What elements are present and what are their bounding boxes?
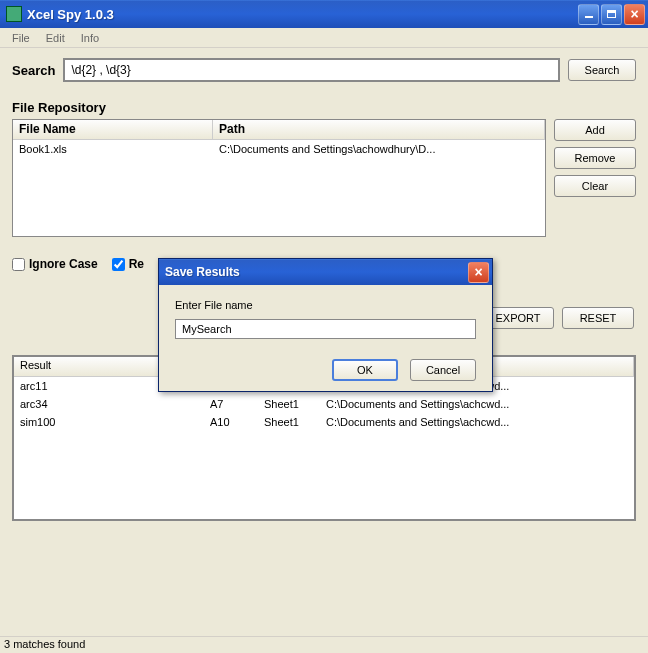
cancel-button[interactable]: Cancel xyxy=(410,359,476,381)
close-button[interactable]: × xyxy=(624,4,645,25)
table-row[interactable]: Book1.xls C:\Documents and Settings\acho… xyxy=(13,140,545,158)
statusbar: 3 matches found xyxy=(0,636,648,653)
cell-file: C:\Documents and Settings\achcwd... xyxy=(320,415,634,429)
dialog-titlebar: Save Results × xyxy=(159,259,492,285)
reset-button[interactable]: RESET xyxy=(562,307,634,329)
cell-sheet: Sheet1 xyxy=(258,397,320,411)
menu-file[interactable]: File xyxy=(4,30,38,46)
table-row[interactable]: arc34 A7 Sheet1 C:\Documents and Setting… xyxy=(14,395,634,413)
ignore-case-checkbox[interactable]: Ignore Case xyxy=(12,257,98,271)
ignore-case-label: Ignore Case xyxy=(29,257,98,271)
filename-label: Enter File name xyxy=(175,299,476,311)
regex-checkbox[interactable]: Re xyxy=(112,257,144,271)
search-input[interactable] xyxy=(63,58,560,82)
cell-cell: A10 xyxy=(204,415,258,429)
dialog-close-button[interactable]: × xyxy=(468,262,489,283)
file-table[interactable]: File Name Path Book1.xls C:\Documents an… xyxy=(12,119,546,237)
search-button[interactable]: Search xyxy=(568,59,636,81)
window-title: Xcel Spy 1.0.3 xyxy=(27,7,576,22)
cell-file: C:\Documents and Settings\achcwd... xyxy=(320,397,634,411)
cell-cell: A7 xyxy=(204,397,258,411)
app-icon xyxy=(6,6,22,22)
file-table-body: Book1.xls C:\Documents and Settings\acho… xyxy=(13,140,545,158)
ignore-case-input[interactable] xyxy=(12,258,25,271)
cell-result: arc34 xyxy=(14,397,204,411)
table-row[interactable]: sim100 A10 Sheet1 C:\Documents and Setti… xyxy=(14,413,634,431)
search-label: Search xyxy=(12,63,55,78)
cell-path: C:\Documents and Settings\achowdhury\D..… xyxy=(213,142,545,156)
regex-input[interactable] xyxy=(112,258,125,271)
ok-button[interactable]: OK xyxy=(332,359,398,381)
add-button[interactable]: Add xyxy=(554,119,636,141)
menubar: File Edit Info xyxy=(0,28,648,48)
dialog-title: Save Results xyxy=(165,265,466,279)
filename-input[interactable] xyxy=(175,319,476,339)
remove-button[interactable]: Remove xyxy=(554,147,636,169)
file-repository: File Name Path Book1.xls C:\Documents an… xyxy=(12,119,636,237)
search-row: Search Search xyxy=(12,58,636,82)
maximize-button[interactable] xyxy=(601,4,622,25)
cell-result: sim100 xyxy=(14,415,204,429)
col-path[interactable]: Path xyxy=(213,120,545,139)
repo-buttons: Add Remove Clear xyxy=(554,119,636,237)
titlebar: Xcel Spy 1.0.3 × xyxy=(0,0,648,28)
cell-file-name: Book1.xls xyxy=(13,142,213,156)
col-file-name[interactable]: File Name xyxy=(13,120,213,139)
cell-sheet: Sheet1 xyxy=(258,415,320,429)
dialog-body: Enter File name OK Cancel xyxy=(159,285,492,391)
save-results-dialog: Save Results × Enter File name OK Cancel xyxy=(158,258,493,392)
clear-button[interactable]: Clear xyxy=(554,175,636,197)
file-table-header: File Name Path xyxy=(13,120,545,140)
status-text: 3 matches found xyxy=(4,638,85,650)
file-repository-label: File Repository xyxy=(12,100,636,115)
menu-info[interactable]: Info xyxy=(73,30,107,46)
minimize-button[interactable] xyxy=(578,4,599,25)
regex-label: Re xyxy=(129,257,144,271)
dialog-buttons: OK Cancel xyxy=(175,359,476,381)
menu-edit[interactable]: Edit xyxy=(38,30,73,46)
